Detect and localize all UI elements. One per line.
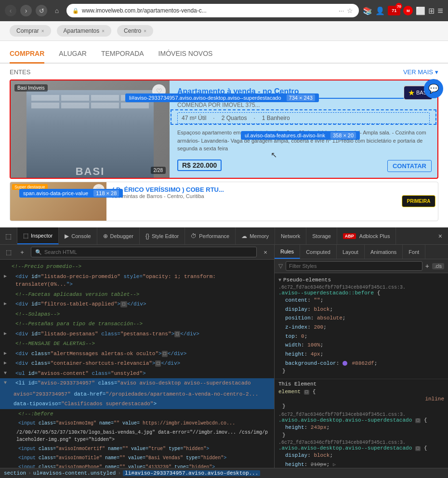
expand-arrow[interactable] (4, 379, 10, 386)
devtools-tab-network[interactable]: Network (275, 227, 306, 244)
expand-arrow[interactable] (4, 350, 10, 357)
css-rule-element: element □ { inline } (278, 389, 444, 410)
devtools-tab-console[interactable]: ▶ Console (59, 227, 97, 244)
styles-tab-computed[interactable]: Computed (300, 245, 337, 259)
cls-button[interactable]: .cls (432, 263, 444, 269)
memory-icon: ☁ (241, 233, 247, 239)
html-line[interactable]: <div id="filtros-tablet-applied">□</div> (0, 299, 274, 309)
html-line[interactable]: /2/00/47/05/52/37/130x70/logo_basi-venda… (0, 428, 274, 444)
expand-arrow[interactable] (4, 300, 10, 307)
filter-centro[interactable]: Centro × (117, 25, 153, 37)
html-line[interactable]: <!--Pestañas para tipo de transacción--> (0, 319, 274, 329)
html-line[interactable]: <!--MENSAJE DE ALERTAS--> (0, 339, 274, 349)
devtools-tabs: ⬚ ⬚ Inspector ▶ Console ⊕ Debugger {} St… (0, 227, 448, 245)
add-node-button[interactable]: + (17, 247, 27, 257)
accounts-button[interactable]: 👤 (375, 6, 385, 15)
element-picker-button[interactable]: ⬚ (4, 247, 13, 257)
devtools-tab-inspector[interactable]: ⬚ Inspector (17, 227, 59, 244)
chat-button[interactable]: 💬 (424, 79, 443, 98)
cursor: ↖ (271, 150, 277, 159)
html-line[interactable]: <div id="listado-precio-promedio" style=… (0, 272, 274, 290)
ext-button[interactable]: M (403, 6, 413, 15)
css-prop: height: 243px; (278, 423, 444, 432)
home-button[interactable]: ⌂ (51, 5, 63, 16)
styles-tab-animations[interactable]: Animations (365, 245, 403, 259)
tab-comprar[interactable]: COMPRAR (10, 46, 44, 64)
more-button[interactable]: ··· (339, 7, 344, 14)
styles-tab-layout[interactable]: Layout (337, 245, 365, 259)
forward-button[interactable]: › (20, 5, 32, 16)
menu-button[interactable]: ≡ (437, 5, 443, 16)
pseudo-label: Pseudo-elements (283, 277, 331, 283)
html-inspector-panel: ⬚ + 🔍 × <!--Precio promedio--> <div id=" (0, 245, 275, 468)
filter-icon: ▽ (278, 263, 283, 269)
tab-temporada[interactable]: TEMPORADA (101, 46, 144, 63)
address-bar[interactable]: 🔒 www.imovelweb.com.br/apartamentos-vend… (66, 4, 359, 17)
search-clear-button[interactable]: × (261, 247, 270, 257)
styles-tab-rules[interactable]: Rules (275, 245, 300, 259)
filter-comprar[interactable]: Comprar × (10, 25, 51, 37)
console-icon: ▶ (65, 233, 69, 239)
html-line[interactable]: <input class="avisoInmoImg" name="" valu… (0, 419, 274, 428)
devtools-tab-adblock[interactable]: ABP Adblock Plus (337, 227, 396, 244)
html-line[interactable]: <!--Solapas--> (0, 309, 274, 319)
filter-apartamentos[interactable]: Apartamentos × (57, 25, 112, 37)
devtools-close-button[interactable]: × (433, 227, 448, 244)
styles-content: ▼ Pseudo-elements .6c72_fd7ac6346cfbf70f… (275, 273, 448, 468)
html-line[interactable]: <!--:before (0, 409, 274, 419)
sidebar-button[interactable]: ⬜ (416, 6, 425, 15)
abp-button[interactable]: 71 70 (388, 6, 400, 15)
tab-imoveis-novos[interactable]: IMÓVEIS NOVOS (158, 46, 213, 63)
html-line[interactable]: <ul id="avisos-content" class="unstyled"… (0, 369, 274, 379)
devtools-tab-storage[interactable]: Storage (306, 227, 337, 244)
css-prop: z-index: 200; (278, 323, 444, 332)
refresh-button[interactable]: ↺ (36, 5, 47, 16)
styles-filter-input[interactable] (286, 261, 422, 271)
html-line[interactable]: <!--Precio promedio--> (0, 262, 274, 272)
ver-mais-button[interactable]: VER MAIS ▾ (403, 68, 438, 76)
add-rule-button[interactable]: + (425, 262, 429, 270)
styles-filter-bar: ▽ + .cls (275, 259, 448, 273)
html-line[interactable]: <div class="container-shortcuts-relevanc… (0, 358, 274, 369)
expand-arrow[interactable] (4, 273, 10, 280)
this-element-section: This Element element □ { inline } .6c72_… (275, 379, 448, 468)
breadcrumb-li[interactable]: li#aviso-2933734957.aviso.aviso-desktop.… (123, 470, 260, 476)
tab-alugar[interactable]: ALUGAR (59, 46, 87, 63)
library-button[interactable]: 📚 (363, 6, 372, 15)
css-pseudo-selector: .aviso--superdestacado::before { (278, 290, 444, 296)
pseudo-toggle[interactable]: ▼ Pseudo-elements (278, 277, 444, 283)
html-line[interactable]: <input class="avisoInmoTitle" name="" va… (0, 453, 274, 463)
styles-tab-font[interactable]: Font (403, 245, 425, 259)
devtools-tab-style-editor[interactable]: {} Style Editor (140, 227, 185, 244)
breadcrumb-section[interactable]: section (4, 470, 26, 476)
html-line[interactable]: <div id="listado-pestanas" class="pestan… (0, 329, 274, 339)
expand-arrow[interactable] (4, 330, 10, 337)
expand-arrow[interactable] (4, 359, 10, 367)
devtools-tab-debugger[interactable]: ⊕ Debugger (97, 227, 140, 244)
bookmark-button[interactable]: ☆ (347, 7, 353, 14)
breadcrumb-ul[interactable]: ul#avisos-content.unstyled (33, 470, 116, 476)
css-prop: inline (278, 395, 444, 404)
style-icon: {} (145, 233, 149, 239)
contact-button[interactable]: CONTATAR (387, 160, 432, 172)
property-tabs: COMPRAR ALUGAR TEMPORADA IMÓVEIS NOVOS (0, 41, 448, 64)
html-toolbar: ⬚ + 🔍 × (0, 245, 274, 260)
css-prop: top: 0; (278, 332, 444, 341)
devtools-tab-performance[interactable]: ⏱ Performance (185, 227, 236, 244)
tab-grid-button[interactable]: ⊞ (428, 6, 435, 15)
search-icon: 🔍 (35, 249, 42, 255)
css-prop: position: absolute; (278, 314, 444, 323)
top-filter-nav: Comprar × Apartamentos × Centro × (0, 21, 448, 41)
devtools-tab-memory[interactable]: ☁ Memory (236, 227, 275, 244)
html-line[interactable]: <input class="avisoInmoCertif" name="" v… (0, 444, 274, 453)
html-line[interactable]: <!--Facetas aplicadas version tablet--> (0, 290, 274, 300)
css-prop: height: 4px; (278, 350, 444, 359)
html-line[interactable]: <div class="alertMenssages alertas-ok oc… (0, 349, 274, 359)
devtools-inspect-toggle[interactable]: ⬚ (0, 227, 17, 244)
html-line-selected[interactable]: <li id="aviso-2933734957" class="aviso a… (0, 378, 274, 409)
back-button[interactable]: ‹ (5, 5, 16, 16)
html-search-input[interactable] (44, 249, 252, 255)
html-line[interactable]: <input class="avisoInmoPhone" name="" va… (0, 463, 274, 468)
expand-arrow[interactable] (4, 370, 10, 377)
breadcrumb-bar: section › ul#avisos-content.unstyled › l… (0, 468, 448, 478)
